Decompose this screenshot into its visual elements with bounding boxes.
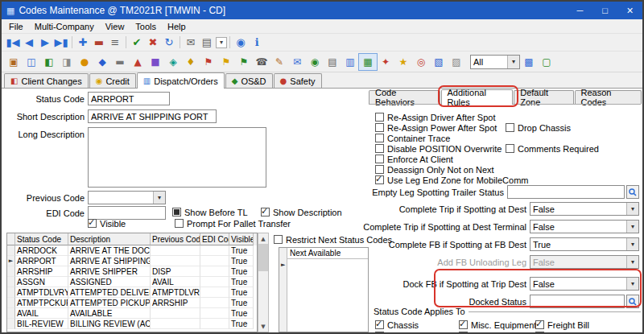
checkbox-misc-equipment[interactable]: Misc. Equipment: [459, 320, 536, 330]
tab-safety[interactable]: ● Safety: [274, 73, 322, 88]
mail-icon[interactable]: ✉: [183, 35, 199, 51]
client-icon[interactable]: ◧: [40, 54, 58, 70]
commodity-icon[interactable]: ■: [147, 54, 164, 70]
checkbox-reassign-power-after-spot[interactable]: Re-Assign Power After Spot: [375, 122, 497, 133]
checkbox-visible[interactable]: Visible: [88, 218, 126, 229]
tab-reason-codes[interactable]: Reason Codes: [575, 90, 642, 104]
flag-yellow-icon[interactable]: ⚑: [217, 54, 235, 70]
refresh-icon[interactable]: ↻: [161, 35, 177, 51]
checkbox-enforce-at-client[interactable]: Enforce At Client: [375, 154, 453, 164]
empty-leg-status-input[interactable]: [507, 185, 625, 199]
checkbox-power-unit[interactable]: Power Unit: [459, 331, 514, 332]
table-row[interactable]: ►ARRPORTARRIVE AT SHIPPING PORTTrue: [7, 256, 257, 266]
checkbox-reassign-driver-after-spot[interactable]: Re-Assign Driver After Spot: [375, 112, 496, 122]
short-description-input[interactable]: [88, 109, 217, 123]
orders-icon[interactable]: ▥: [341, 54, 359, 70]
chevron-down-icon[interactable]: ▾: [626, 278, 638, 290]
carrier-icon[interactable]: ▲: [129, 54, 147, 70]
checkbox-comments-required[interactable]: Comments Required: [506, 143, 599, 154]
grid-column-header[interactable]: Visible: [229, 233, 254, 245]
checkbox-prompt-pallet-transfer[interactable]: Prompt For Pallet Transfer: [175, 218, 291, 229]
chevron-down-icon[interactable]: ▾: [507, 56, 519, 68]
maximize-button[interactable]: □: [592, 2, 617, 19]
branch-icon[interactable]: ◫: [23, 54, 40, 70]
tools-icon[interactable]: ✦: [377, 54, 394, 70]
checkbox-drop-chassis[interactable]: Drop Chassis: [506, 122, 571, 133]
checkbox-disable-position-overwrite[interactable]: Disable POSITION Overwrite: [375, 143, 502, 154]
scroll-up-icon[interactable]: ▲: [261, 233, 265, 244]
grid-column-header[interactable]: Previous Code: [151, 233, 200, 245]
tab-dispatch-orders[interactable]: ▥ Dispatch/Orders: [137, 72, 225, 89]
tractor-icon[interactable]: ◆: [93, 54, 111, 70]
money-icon[interactable]: ◉: [306, 54, 324, 70]
flag-red-icon[interactable]: ⚑: [200, 54, 217, 70]
long-description-input[interactable]: [88, 127, 266, 188]
docked-status-lookup-button[interactable]: [626, 295, 639, 308]
layout-icon[interactable]: ▩: [520, 54, 538, 70]
chevron-down-icon[interactable]: ▾: [626, 221, 638, 233]
checkbox-use-leg-end-zone-mobilecomm[interactable]: Use Leg End Zone for MobileComm: [375, 175, 528, 185]
first-record-icon[interactable]: ▮◀: [5, 35, 21, 51]
dock-fb-spotting-select[interactable]: False ▾: [530, 277, 639, 291]
delete-record-icon[interactable]: ▬: [91, 35, 107, 51]
next-record-icon[interactable]: ▶: [37, 35, 53, 51]
table-row[interactable]: ASSGNASSIGNEDAVAILTrue: [7, 277, 257, 287]
checkbox-show-before-tl[interactable]: Show Before TL: [172, 207, 248, 217]
add-record-icon[interactable]: ✚: [75, 35, 91, 51]
tab-additional-rules[interactable]: Additional Rules: [441, 89, 514, 105]
vendor-icon[interactable]: ◨: [58, 54, 76, 70]
last-record-icon[interactable]: ▶▮: [53, 35, 69, 51]
menu-file[interactable]: File: [3, 19, 29, 33]
cancel-icon[interactable]: ✖: [145, 35, 161, 51]
notes-icon[interactable]: ✎: [270, 54, 288, 70]
table-row[interactable]: ATMPTDLVRYATTEMPTED DELIVERYATMPTDLVRYTr…: [7, 287, 257, 298]
trailer-icon[interactable]: ▬: [111, 54, 129, 70]
prev-record-icon[interactable]: ◀: [21, 35, 37, 51]
window-list-icon[interactable]: ▢: [538, 54, 555, 70]
table-row[interactable]: ARRDOCKARRIVE AT THE DOCKTrue: [7, 245, 257, 256]
menu-help[interactable]: Help: [162, 19, 192, 33]
mail2-icon[interactable]: ✉: [288, 54, 306, 70]
phone-icon[interactable]: ☎: [253, 54, 270, 70]
tab-credit[interactable]: ◉ Credit: [89, 73, 136, 88]
grid-column-header[interactable]: Description: [68, 233, 151, 245]
status-code-input[interactable]: [88, 92, 170, 105]
complete-trip-dest-select[interactable]: False ▾: [530, 202, 639, 216]
checkbox-deassign-only-not-on-next[interactable]: Deassign Only Not on Next: [375, 164, 494, 175]
star-icon[interactable]: ★: [394, 54, 412, 70]
checkbox-container-trace[interactable]: Container Trace: [375, 133, 450, 143]
close-button[interactable]: ×: [617, 2, 642, 19]
menu-tools[interactable]: Tools: [130, 19, 162, 33]
table-row[interactable]: ATMPTPCKUPATTEMPTED PICKUPARRSHIPTrue: [7, 298, 257, 308]
duplicate-record-icon[interactable]: ≡: [107, 35, 123, 51]
codes-maintenance-icon[interactable]: ▦: [359, 54, 377, 70]
info-icon[interactable]: ℹ: [249, 35, 265, 51]
checkbox-container[interactable]: Container: [375, 331, 426, 332]
grid-column-header[interactable]: Status Code: [15, 233, 68, 245]
tab-code-behaviors[interactable]: Code Behaviors: [369, 90, 440, 104]
menu-multi-company[interactable]: Multi-Company: [29, 19, 100, 33]
scroll-down-icon[interactable]: ▼: [261, 321, 265, 332]
table-row[interactable]: ARRSHIPARRIVE SHIPPERDISPTrue: [7, 266, 257, 277]
grid-column-header[interactable]: EDI Code: [200, 233, 229, 245]
save-icon[interactable]: ✔: [129, 35, 145, 51]
scroll-thumb[interactable]: [258, 244, 268, 271]
table-row[interactable]: AVAILAVAILABLETrue: [7, 308, 257, 319]
table-row[interactable]: BIL-REVIEWBILLING REVIEW (ACTrue: [7, 319, 257, 329]
empty-leg-status-lookup-button[interactable]: [626, 185, 639, 199]
menu-view[interactable]: View: [100, 19, 130, 33]
routes-icon[interactable]: ◈: [164, 54, 182, 70]
invoice-icon[interactable]: ▤: [324, 54, 341, 70]
status-grid[interactable]: Status CodeDescriptionPrevious CodeEDI C…: [6, 233, 258, 332]
map-icon[interactable]: ▧: [430, 54, 448, 70]
target-icon[interactable]: ◎: [412, 54, 430, 70]
chevron-down-icon[interactable]: ▾: [626, 238, 638, 250]
checkbox-chassis[interactable]: Chassis: [375, 320, 419, 330]
minimize-button[interactable]: ─: [568, 2, 592, 19]
grid-scrollbar[interactable]: ▲ ▼: [258, 233, 269, 332]
print-options-dropdown[interactable]: ▾: [216, 37, 227, 48]
driver-icon[interactable]: ●: [76, 54, 93, 70]
print-icon[interactable]: ▤: [199, 35, 215, 51]
checkbox-freight-bill[interactable]: Freight Bill: [535, 320, 589, 330]
chevron-down-icon[interactable]: ▾: [626, 203, 638, 215]
